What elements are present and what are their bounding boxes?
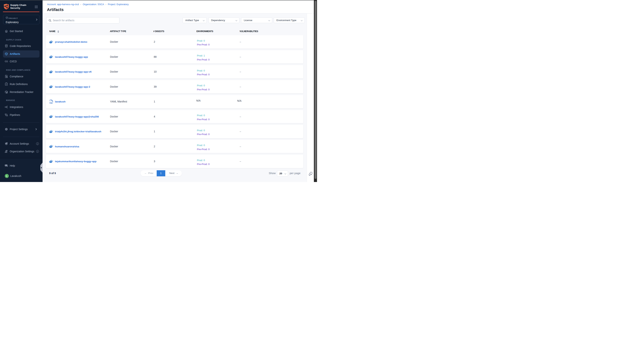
svg-text:?: ?	[5, 164, 6, 166]
svg-text:YML: YML	[49, 102, 53, 104]
